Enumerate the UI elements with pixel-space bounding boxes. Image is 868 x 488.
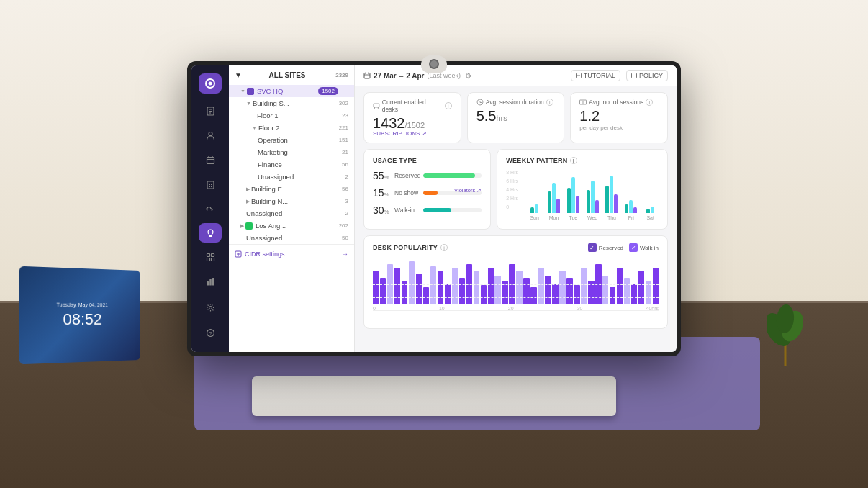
monitor-screen: ? ▼ ALL SITES 2329 ▼ SVC HQ 1502 ⋮ ▼ xyxy=(191,65,677,352)
svg-rect-21 xyxy=(211,258,214,261)
svg-rect-19 xyxy=(211,253,214,256)
pop-bar-27 xyxy=(566,278,572,304)
pop-bar-0 xyxy=(373,271,379,304)
weekly-pattern-info[interactable]: i xyxy=(570,157,577,164)
fri-bars xyxy=(625,173,637,213)
all-sites-count: 2329 xyxy=(335,72,348,78)
los-ang-label: Los Ang... xyxy=(256,222,286,230)
usage-walkin-bar xyxy=(423,208,451,212)
enabled-desks-card: Current enabled desks i 1432/1502 SUBSCR… xyxy=(363,92,461,143)
pop-bar-36 xyxy=(631,284,637,304)
xaxis-0: 0 xyxy=(373,306,376,311)
pop-bar-23 xyxy=(538,268,543,304)
usage-walkin-pct: 30% xyxy=(373,204,394,216)
brand-icon[interactable] xyxy=(199,73,222,94)
all-sites-label: ALL SITES xyxy=(269,71,306,79)
pop-bar-6 xyxy=(416,274,422,304)
pop-bar-30 xyxy=(588,281,594,304)
pop-bar-5 xyxy=(409,261,415,304)
usage-reserved-pct: 55% xyxy=(373,170,394,181)
cidr-arrow-icon: → xyxy=(342,250,348,258)
tue-label: Tue xyxy=(569,215,577,220)
building-s-count: 302 xyxy=(339,100,348,107)
pop-bar-28 xyxy=(574,285,579,304)
popularity-info-icon[interactable]: i xyxy=(440,244,448,251)
legend-reserved-check: ✓ xyxy=(588,243,597,252)
svg-rect-44 xyxy=(580,100,587,104)
cidr-settings-item[interactable]: CIDR settings → xyxy=(229,244,354,263)
tutorial-button[interactable]: TUTORIAL xyxy=(571,70,620,81)
settings-sidebar-icon[interactable] xyxy=(199,296,222,319)
floor1-item[interactable]: ▶ Floor 1 23 xyxy=(229,109,354,122)
popularity-legend: ✓ Reserved ✓ Walk in xyxy=(588,243,659,252)
cidr-settings-label: CIDR settings xyxy=(245,250,285,258)
pop-bar-14 xyxy=(474,271,479,304)
building-s-label: Building S... xyxy=(253,99,289,107)
session-duration-info[interactable]: i xyxy=(546,99,553,106)
unassigned-floor2-label: Unassigned xyxy=(258,173,294,181)
svg-rect-7 xyxy=(207,157,214,163)
calendar-sidebar-icon[interactable] xyxy=(199,150,222,170)
sat-bars xyxy=(646,173,654,213)
avg-sessions-info[interactable]: i xyxy=(646,99,653,106)
building-s-item[interactable]: ▼ Building S... 302 xyxy=(229,97,354,109)
wed-label: Wed xyxy=(587,215,597,220)
laptop-time: 08:52 xyxy=(63,309,101,328)
floor2-item[interactable]: ▼ Floor 2 221 xyxy=(229,122,354,134)
unassigned1-item[interactable]: Unassigned 2 xyxy=(229,207,354,220)
svg-rect-22 xyxy=(207,281,209,286)
building-sidebar-icon[interactable] xyxy=(199,174,222,194)
unassigned-floor2-count: 2 xyxy=(345,173,348,180)
pop-bar-21 xyxy=(523,278,529,304)
svg-rect-18 xyxy=(207,253,209,256)
desk-icon xyxy=(373,102,380,109)
legend-reserved: ✓ Reserved xyxy=(588,243,623,252)
floor2-count: 221 xyxy=(339,125,348,131)
building-e-item[interactable]: ▶ Building E... 56 xyxy=(229,183,354,195)
cloud-sidebar-icon[interactable] xyxy=(199,199,222,219)
violators-link[interactable]: Violators ↗ xyxy=(454,187,482,194)
top-bar-right: TUTORIAL POLICY xyxy=(571,70,668,81)
help-sidebar-icon[interactable]: ? xyxy=(199,321,222,344)
finance-item[interactable]: Finance 56 xyxy=(229,158,354,171)
all-sites-header[interactable]: ▼ ALL SITES 2329 xyxy=(229,65,354,85)
monitor: ? ▼ ALL SITES 2329 ▼ SVC HQ 1502 ⋮ ▼ xyxy=(187,61,681,356)
pop-bar-24 xyxy=(545,276,551,304)
unassigned2-label: Unassigned xyxy=(246,234,282,242)
operation-count: 151 xyxy=(339,137,348,143)
date-settings-icon[interactable]: ⚙ xyxy=(465,72,471,80)
los-ang-item[interactable]: ▶ Los Ang... 202 xyxy=(229,220,354,232)
building-n-item[interactable]: ▶ Building N... 3 xyxy=(229,195,354,207)
svc-hq-more-icon[interactable]: ⋮ xyxy=(341,87,348,95)
operation-item[interactable]: Operation 151 xyxy=(229,134,354,146)
lightbulb-sidebar-icon[interactable] xyxy=(199,223,222,243)
marketing-item[interactable]: Marketing 21 xyxy=(229,146,354,158)
pop-bar-16 xyxy=(488,268,494,304)
enabled-desks-value: 1432/1502 xyxy=(373,116,452,130)
tutorial-icon xyxy=(576,73,582,78)
unassigned-floor2-item[interactable]: Unassigned 2 xyxy=(229,171,354,183)
svc-hq-item[interactable]: ▼ SVC HQ 1502 ⋮ xyxy=(229,85,354,97)
pop-bar-8 xyxy=(430,266,436,304)
date-range: 27 Mar – 2 Apr (Last week) xyxy=(363,72,461,80)
weekly-pattern-title: WEEKLY PATTERN i xyxy=(506,157,659,164)
pop-bar-25 xyxy=(552,284,558,304)
chart-sidebar-icon[interactable] xyxy=(199,271,222,292)
usage-walkin-label: Walk-in xyxy=(394,207,423,214)
popularity-header: DESK POPULARITY i ✓ Reserved ✓ Walk in xyxy=(373,243,659,252)
pop-bar-18 xyxy=(502,281,507,304)
mon-bars xyxy=(548,173,560,213)
grid-sidebar-icon[interactable] xyxy=(199,247,222,267)
pop-bar-20 xyxy=(516,271,522,304)
enabled-desks-info[interactable]: i xyxy=(445,102,452,109)
svg-rect-12 xyxy=(209,184,210,185)
left-nav-panel: ▼ ALL SITES 2329 ▼ SVC HQ 1502 ⋮ ▼ Build… xyxy=(229,65,355,352)
svg-rect-14 xyxy=(209,186,210,187)
users-sidebar-icon[interactable] xyxy=(199,126,222,146)
document-sidebar-icon[interactable] xyxy=(199,101,222,122)
subscriptions-link[interactable]: SUBSCRIPTIONS ↗ xyxy=(373,130,452,137)
policy-button[interactable]: POLICY xyxy=(626,70,668,81)
marketing-label: Marketing xyxy=(258,148,288,156)
laptop-screen: Tuesday, May 04, 2021 08:52 xyxy=(19,266,140,365)
unassigned2-item[interactable]: Unassigned 50 xyxy=(229,232,354,244)
